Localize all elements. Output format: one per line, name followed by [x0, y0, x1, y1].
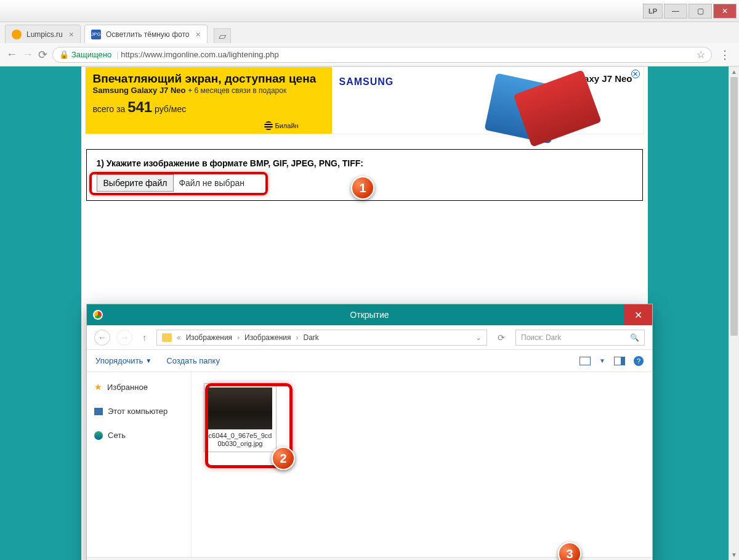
tab-label: Осветлить тёмную фото [106, 30, 190, 39]
new-folder-button[interactable]: Создать папку [166, 356, 220, 365]
secure-label: Защищено [71, 50, 111, 59]
scroll-up-icon[interactable]: ▲ [729, 67, 739, 77]
scroll-thumb[interactable] [730, 77, 738, 336]
ad-brand: Samsung Galaxy J7 Neo [93, 86, 186, 95]
sidebar-item-favorites[interactable]: ★Избранное [92, 378, 186, 396]
help-icon[interactable]: ? [634, 356, 644, 366]
ad-left: Впечатляющий экран, доступная цена Samsu… [86, 67, 332, 134]
address-bar: ← → ⟳ 🔒 Защищено | https://www.imgonline… [0, 43, 739, 67]
dialog-close-button[interactable]: ✕ [624, 304, 652, 325]
search-icon: 🔍 [630, 333, 639, 342]
lock-icon: 🔒 [59, 50, 69, 59]
ad-price: 541 [127, 99, 152, 115]
tab-lumpics[interactable]: Lumpics.ru × [5, 25, 81, 43]
scroll-track[interactable] [729, 77, 739, 550]
browser-menu-icon[interactable]: ⋮ [717, 48, 733, 62]
lp-button[interactable]: LP [643, 4, 663, 18]
dialog-back-button[interactable]: ← [94, 330, 110, 346]
beeline-icon [264, 121, 273, 130]
dialog-search-input[interactable]: Поиск: Dark 🔍 [515, 330, 645, 346]
new-tab-button[interactable]: ▱ [214, 28, 231, 43]
minimize-button[interactable]: — [664, 4, 687, 18]
vertical-scrollbar[interactable]: ▲ ▼ [729, 67, 739, 560]
refresh-button[interactable]: ⟳ [493, 333, 509, 343]
ad-subtitle: + 6 месяцев связи в подарок [188, 86, 286, 95]
pc-icon [94, 408, 103, 415]
dialog-title: Открытие [350, 310, 389, 320]
dialog-body: ★Избранное Этот компьютер Сеть c6044_0_9… [87, 372, 652, 557]
breadcrumb[interactable]: « Изображения› Изображения› Dark ⌄ [156, 330, 487, 346]
file-open-dialog: Открытие ✕ ← → ↑ « Изображения› Изображе… [86, 304, 653, 560]
dialog-titlebar: Открытие ✕ [87, 304, 652, 325]
page-background: Впечатляющий экран, доступная цена Samsu… [0, 67, 729, 560]
ad-right: SAMSUNG Galaxy J7 Neo ✕ [332, 67, 644, 134]
ad-price-prefix: всего за [93, 104, 126, 114]
browser-tabbar: Lumpics.ru × JPG Осветлить тёмную фото ×… [0, 22, 739, 43]
forward-button[interactable]: → [22, 48, 33, 61]
scroll-down-icon[interactable]: ▼ [729, 550, 739, 560]
favicon-icon: JPG [91, 30, 101, 39]
viewport: Впечатляющий экран, доступная цена Samsu… [0, 67, 739, 560]
bookmark-star-icon[interactable]: ☆ [697, 49, 705, 60]
dialog-toolbar: Упорядочить ▼ Создать папку ▼ ? [87, 350, 652, 372]
chevron-down-icon: ▼ [145, 357, 151, 364]
samsung-logo: SAMSUNG [339, 76, 394, 87]
annotation-highlight [89, 172, 268, 195]
chevron-down-icon[interactable]: ⌄ [475, 333, 482, 342]
url-field[interactable]: 🔒 Защищено | https://www.imgonline.com.u… [52, 47, 712, 63]
callout-badge-1: 1 [351, 176, 374, 200]
tab-close-icon[interactable]: × [69, 30, 74, 39]
favicon-icon [12, 30, 22, 39]
window-close-button[interactable]: ✕ [713, 4, 737, 18]
crumb-item[interactable]: Изображения [186, 333, 232, 342]
url-text: https://www.imgonline.com.ua/lightening.… [121, 50, 279, 59]
view-mode-icon[interactable] [579, 357, 591, 365]
folder-icon [162, 333, 172, 342]
organize-menu[interactable]: Упорядочить ▼ [95, 356, 151, 365]
dialog-sidebar: ★Избранное Этот компьютер Сеть [87, 372, 192, 557]
back-button[interactable]: ← [6, 48, 17, 61]
sidebar-item-label: Сеть [108, 431, 126, 440]
chevron-down-icon[interactable]: ▼ [599, 357, 605, 364]
star-icon: ★ [94, 382, 102, 392]
dialog-up-button[interactable]: ↑ [139, 333, 150, 343]
tab-label: Lumpics.ru [26, 30, 63, 39]
ad-title: Впечатляющий экран, доступная цена [93, 72, 325, 86]
crumb-item[interactable]: Dark [304, 333, 319, 342]
tab-imgonline[interactable]: JPG Осветлить тёмную фото × [84, 25, 208, 43]
beeline-label: Билайн [275, 122, 299, 129]
dialog-forward-button[interactable]: → [116, 330, 132, 346]
maximize-button[interactable]: ▢ [689, 4, 712, 18]
chrome-icon [93, 310, 103, 320]
ad-close-icon[interactable]: ✕ [631, 70, 640, 78]
secure-badge: 🔒 Защищено [59, 50, 111, 59]
tab-close-icon[interactable]: × [195, 30, 200, 39]
dialog-nav: ← → ↑ « Изображения› Изображения› Dark ⌄… [87, 325, 652, 350]
sidebar-item-network[interactable]: Сеть [92, 427, 186, 444]
step-title: 1) Укажите изображение в формате BMP, GI… [97, 158, 632, 168]
ad-beeline: Билайн [264, 121, 299, 130]
sidebar-item-label: Избранное [107, 383, 148, 392]
sidebar-item-label: Этот компьютер [108, 407, 168, 416]
file-list-area[interactable]: c6044_0_967e5_9cd0b030_orig.jpg [192, 372, 652, 557]
ad-price-suffix: руб/мес [155, 104, 186, 114]
preview-pane-icon[interactable] [614, 357, 625, 365]
callout-badge-2: 2 [272, 447, 295, 470]
crumb-item[interactable]: Изображения [244, 333, 291, 342]
ad-banner[interactable]: Впечатляющий экран, доступная цена Samsu… [85, 67, 644, 134]
search-placeholder: Поиск: Dark [521, 333, 561, 342]
sidebar-item-thispc[interactable]: Этот компьютер [92, 403, 186, 420]
network-icon [94, 431, 103, 440]
reload-button[interactable]: ⟳ [38, 48, 47, 62]
window-titlebar: LP — ▢ ✕ [0, 0, 739, 22]
